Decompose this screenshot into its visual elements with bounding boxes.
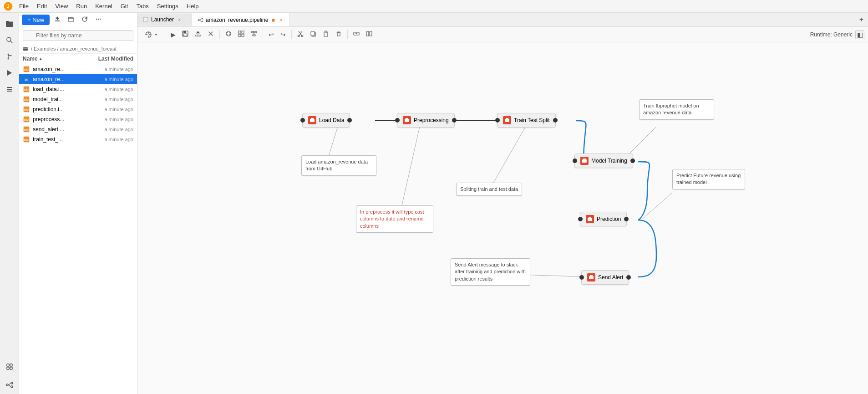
cut-btn[interactable]	[294, 29, 306, 40]
svg-text:pi: pi	[25, 78, 28, 81]
svg-point-58	[227, 34, 228, 35]
sep2	[219, 30, 220, 39]
annotation-train: Train fbprophet model on amazon revenue …	[639, 99, 714, 120]
svg-rect-28	[23, 47, 28, 51]
activity-run-icon[interactable]	[2, 66, 17, 80]
tab-close-btn[interactable]: ×	[278, 17, 284, 23]
file-modified: a minute ago	[88, 127, 133, 132]
node-preprocessing-icon	[403, 116, 411, 124]
file-item[interactable]: nb send_alert.... a minute ago	[19, 124, 137, 134]
svg-point-18	[11, 382, 13, 384]
menu-edit[interactable]: Edit	[33, 2, 51, 10]
menu-run[interactable]: Run	[72, 2, 91, 10]
upload-button[interactable]	[51, 15, 63, 25]
annotation-load: Load amazon_revenue data from GitHub	[301, 155, 376, 176]
collapse-all-btn[interactable]	[350, 29, 362, 40]
svg-rect-100	[589, 276, 594, 279]
save-pipeline-btn[interactable]	[179, 29, 191, 40]
clear-btn[interactable]	[205, 29, 217, 40]
tab-0[interactable]: Launcher ×	[137, 14, 192, 26]
delete-btn[interactable]	[333, 29, 345, 40]
file-item[interactable]: pi amazon_re... a minute ago	[19, 74, 137, 84]
activity-nodes-icon[interactable]	[2, 378, 17, 392]
svg-rect-61	[239, 34, 241, 36]
menu-kernel[interactable]: Kernel	[91, 2, 116, 10]
file-item[interactable]: nb model_trai... a minute ago	[19, 94, 137, 104]
svg-line-86	[492, 121, 529, 184]
copy-btn[interactable]	[307, 29, 319, 40]
svg-rect-91	[311, 118, 314, 119]
add-tab-button[interactable]: +	[855, 13, 868, 26]
main-area: + New	[0, 13, 868, 394]
svg-rect-97	[583, 159, 586, 160]
activity-search-icon[interactable]	[2, 33, 17, 47]
file-item[interactable]: nb train_test_... a minute ago	[19, 134, 137, 144]
node-send-alert[interactable]: Send Alert	[581, 270, 629, 285]
file-name: amazon_re...	[33, 66, 88, 72]
sep1	[165, 30, 165, 39]
expand-all-btn[interactable]	[363, 29, 375, 40]
node-preprocessing-left-dot	[395, 118, 400, 123]
menu-tabs[interactable]: Tabs	[132, 2, 152, 10]
paste-btn[interactable]	[320, 29, 332, 40]
node-preprocessing[interactable]: Preprocessing	[397, 113, 455, 128]
menu-help[interactable]: Help	[183, 2, 203, 10]
export-pipeline-btn[interactable]	[192, 29, 204, 40]
file-modified: a minute ago	[88, 67, 133, 72]
svg-rect-81	[370, 31, 372, 36]
layout-btn[interactable]	[248, 29, 260, 40]
activity-git-icon[interactable]	[2, 49, 17, 64]
file-name: model_trai...	[33, 96, 88, 102]
svg-rect-94	[505, 119, 509, 122]
tab-launcher-icon	[143, 17, 148, 22]
palette-btn[interactable]	[223, 29, 234, 40]
file-icon: nb	[23, 126, 30, 133]
menu-settings[interactable]: Settings	[153, 2, 182, 10]
refresh-button[interactable]	[79, 15, 91, 25]
svg-rect-15	[7, 367, 9, 369]
pipeline-canvas[interactable]: Load Data Preprocessing	[137, 42, 868, 394]
tab-1[interactable]: amazon_revenue.pipeline ● ×	[192, 13, 290, 26]
file-item[interactable]: nb prediction.i... a minute ago	[19, 104, 137, 114]
pipeline-mode-icon[interactable]	[141, 29, 162, 40]
node-load-data-right-dot	[347, 118, 352, 123]
file-icon: nb	[23, 106, 30, 113]
svg-rect-76	[337, 33, 340, 36]
svg-point-7	[10, 55, 11, 56]
menu-file[interactable]: File	[15, 2, 32, 10]
col-name-header[interactable]: Name ▲	[23, 56, 88, 62]
undo-btn[interactable]: ↩	[266, 29, 277, 40]
menu-git[interactable]: Git	[117, 2, 132, 10]
grid-btn[interactable]	[235, 29, 247, 40]
node-prediction-label: Prediction	[597, 216, 621, 222]
node-prediction[interactable]: Prediction	[580, 212, 627, 226]
file-icon: pi	[23, 76, 30, 83]
svg-rect-64	[253, 31, 255, 33]
node-load-data-label: Load Data	[319, 117, 344, 123]
activity-folder-icon[interactable]	[2, 16, 17, 31]
activity-data-icon[interactable]	[2, 359, 17, 374]
more-button[interactable]	[92, 15, 104, 25]
collapse-panel-btn[interactable]: ◧	[855, 30, 864, 39]
run-pipeline-btn[interactable]: ▶	[168, 29, 178, 40]
file-item[interactable]: nb preprocess... a minute ago	[19, 114, 137, 124]
tab-close-btn[interactable]: ×	[177, 16, 182, 23]
node-load-data[interactable]: Load Data	[302, 113, 350, 128]
sep4	[291, 30, 292, 39]
activity-list-icon[interactable]	[2, 82, 17, 97]
file-name: train_test_...	[33, 136, 88, 143]
new-button[interactable]: + New	[22, 15, 50, 25]
svg-point-46	[198, 20, 199, 21]
node-train-test-icon	[503, 116, 511, 124]
search-input[interactable]	[23, 30, 133, 41]
svg-rect-73	[311, 31, 315, 36]
menu-view[interactable]: View	[51, 2, 71, 10]
file-item[interactable]: nb amazon_re... a minute ago	[19, 64, 137, 74]
node-train-test-split[interactable]: Train Test Split	[497, 113, 556, 128]
redo-btn[interactable]: ↪	[278, 29, 289, 40]
node-model-training[interactable]: Model Training	[574, 154, 633, 168]
file-item[interactable]: nb load_data.i... a minute ago	[19, 84, 137, 94]
node-preprocessing-label: Preprocessing	[414, 117, 449, 123]
tab-pipeline-icon	[198, 17, 203, 23]
folder-upload-button[interactable]	[65, 15, 77, 25]
